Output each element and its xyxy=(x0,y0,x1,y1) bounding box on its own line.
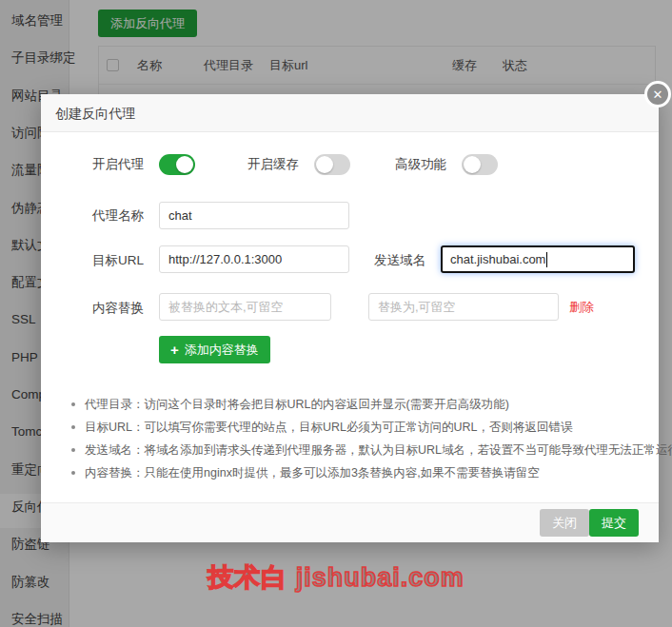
send-domain-label: 发送域名 xyxy=(374,251,425,270)
bullet-dot xyxy=(71,448,75,452)
submit-button[interactable]: 提交 xyxy=(589,509,639,537)
modal-title: 创建反向代理 xyxy=(55,94,135,132)
bullet-dot xyxy=(71,425,75,429)
proxy-name-label: 代理名称 xyxy=(92,206,144,225)
modal-header: 创建反向代理 xyxy=(41,94,659,132)
create-reverse-proxy-modal: 创建反向代理 ✕ 开启代理 开启缓存 高级功能 代理名称 目标URL 发送域名 … xyxy=(41,94,659,542)
delete-replace-link[interactable]: 删除 xyxy=(569,299,594,316)
toggle-knob xyxy=(316,156,333,173)
proxy-name-input[interactable] xyxy=(159,202,349,229)
note-content-replace: 内容替换：只能在使用nginx时提供，最多可以添加3条替换内容,如果不需要替换请… xyxy=(71,465,540,481)
send-domain-input[interactable]: chat.jishubai.com xyxy=(441,245,635,273)
enable-cache-toggle[interactable] xyxy=(314,154,350,175)
enable-cache-label: 开启缓存 xyxy=(247,155,299,174)
target-url-label: 目标URL xyxy=(92,251,144,270)
replace-from-input[interactable] xyxy=(159,293,331,321)
replace-to-input[interactable] xyxy=(368,293,559,321)
add-replace-label: 添加内容替换 xyxy=(185,342,259,359)
content-replace-label: 内容替换 xyxy=(92,299,144,318)
enable-proxy-label: 开启代理 xyxy=(92,155,144,174)
text-caret xyxy=(546,252,547,267)
close-button[interactable]: 关闭 xyxy=(540,509,589,537)
toggle-knob xyxy=(464,156,481,173)
watermark-text: 技术白 jishubai.com xyxy=(0,560,672,595)
advanced-toggle[interactable] xyxy=(462,154,498,175)
note-send-domain: 发送域名：将域名添加到请求头传递到代理服务器，默认为目标URL域名，若设置不当可… xyxy=(71,442,672,459)
advanced-label: 高级功能 xyxy=(395,155,446,174)
bullet-dot xyxy=(71,402,75,406)
add-replace-button[interactable]: + 添加内容替换 xyxy=(159,336,270,363)
send-domain-value: chat.jishubai.com xyxy=(450,252,545,266)
target-url-input[interactable] xyxy=(159,245,349,273)
bullet-dot xyxy=(71,471,75,475)
toggle-knob xyxy=(176,156,193,173)
note-target-url: 目标URL：可以填写你需要代理的站点，目标URL必须为可正常访问的URL，否则将… xyxy=(71,420,573,436)
note-proxy-dir: 代理目录：访问这个目录时将会把目标URL的内容返回并显示(需要开启高级功能) xyxy=(71,397,509,413)
close-icon[interactable]: ✕ xyxy=(644,81,671,108)
modal-footer: 关闭 提交 xyxy=(41,502,659,542)
plus-icon: + xyxy=(170,342,179,358)
enable-proxy-toggle[interactable] xyxy=(159,154,195,175)
